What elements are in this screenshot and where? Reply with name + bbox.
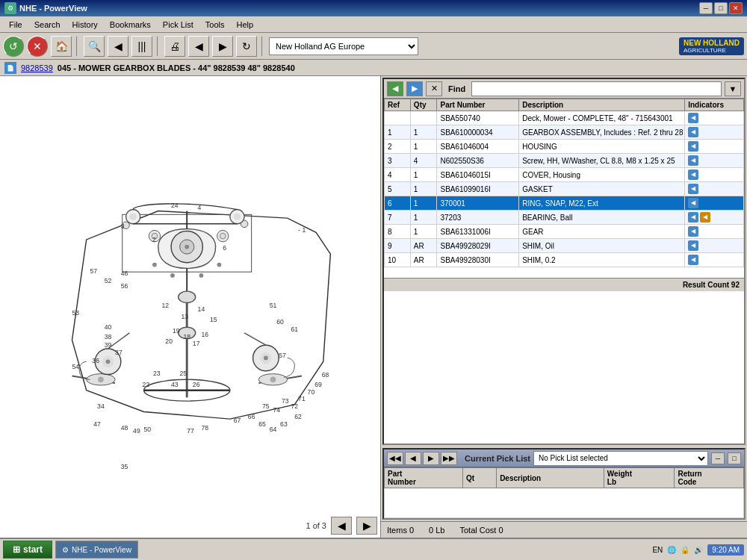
table-row[interactable]: 11SBA610000034GEARBOX ASSEMBLY, Includes… [385, 125, 744, 140]
cell-description: HOUSING [519, 140, 685, 154]
table-row[interactable]: 51SBA61099016IGASKET◀ [385, 182, 744, 196]
cell-qty: 4 [410, 154, 437, 168]
svg-text:24: 24 [171, 202, 179, 209]
cell-part-number: SBA61046015I [437, 168, 519, 182]
nav-forward-button[interactable]: ▶ [212, 36, 233, 57]
pick-list-maximize[interactable]: □ [728, 452, 741, 464]
indicator-orange-icon: ◀ [700, 212, 710, 223]
svg-text:35: 35 [120, 463, 128, 470]
cell-ref: 3 [385, 154, 411, 168]
cell-qty: 1 [410, 211, 437, 225]
cell-ref [385, 111, 411, 125]
menu-bookmarks[interactable]: Bookmarks [104, 19, 157, 31]
table-row[interactable]: 61370001RING, SNAP, M22, Ext◀ [385, 196, 744, 211]
menu-picklist[interactable]: Pick List [157, 19, 199, 31]
pick-list-minimize[interactable]: ─ [711, 452, 725, 464]
svg-text:3: 3 [120, 223, 124, 230]
pick-col-qty: Qt [463, 468, 497, 488]
table-row[interactable]: 34N602550S36Screw, HH, W/Washer, CL 8.8,… [385, 154, 744, 168]
svg-text:60: 60 [276, 318, 284, 326]
cell-qty [410, 111, 437, 125]
cell-description: GEAR [519, 225, 685, 239]
cell-part-number: 37203 [437, 211, 519, 225]
find-label: Find [445, 84, 468, 93]
svg-text:22: 22 [142, 381, 149, 388]
pick-nav-back[interactable]: ◀ [405, 452, 421, 465]
col-part-number: Part Number [437, 99, 519, 111]
menu-history[interactable]: History [66, 19, 104, 31]
svg-text:56: 56 [120, 282, 128, 290]
cell-description: SHIM, Oil [519, 239, 685, 253]
table-row[interactable]: 21SBA61046004HOUSING◀ [385, 140, 744, 154]
table-row[interactable]: 7137203BEARING, Ball◀◀ [385, 211, 744, 225]
minimize-button[interactable]: ─ [699, 2, 713, 14]
cell-description: SHIM, 0.2 [519, 253, 685, 267]
bookmark-button[interactable]: ||| [131, 36, 152, 57]
taskbar-nhe[interactable]: ⚙ NHE - PowerView [55, 541, 138, 559]
cell-description: BEARING, Ball [519, 211, 685, 225]
breadcrumb-link[interactable]: 9828539 [21, 63, 53, 72]
svg-text:53: 53 [72, 309, 79, 317]
menu-tools[interactable]: Tools [199, 19, 231, 31]
cell-indicators: ◀ [685, 196, 744, 211]
close-button[interactable]: ✕ [729, 2, 743, 14]
summary-weight: 0 Lb [429, 526, 444, 535]
cell-description: Deck, Mower - COMPLETE, 48" - 715643001 [519, 111, 685, 125]
start-icon: ⊞ [13, 544, 20, 555]
result-count: Result Count 92 [683, 281, 740, 289]
refresh-button[interactable]: ↻ [236, 36, 257, 57]
logo-brand: NEW HOLLAND [684, 39, 740, 47]
cell-qty: 1 [410, 125, 437, 140]
table-row[interactable]: SBA550740Deck, Mower - COMPLETE, 48" - 7… [385, 111, 744, 125]
svg-text:18: 18 [183, 333, 190, 340]
svg-point-34 [105, 359, 110, 364]
maximize-button[interactable]: □ [714, 2, 728, 14]
breadcrumb-icon: 📄 [4, 62, 16, 74]
menu-search[interactable]: Search [28, 19, 66, 31]
svg-text:13: 13 [181, 313, 188, 320]
pick-nav-last[interactable]: ▶▶ [441, 452, 457, 465]
stop-button[interactable]: ✕ [27, 36, 48, 57]
table-row[interactable]: 41SBA61046015ICOVER, Housing◀ [385, 168, 744, 182]
find-back-button[interactable]: ◀ [387, 81, 403, 96]
pick-nav-first[interactable]: ◀◀ [387, 452, 403, 465]
find-filter-button[interactable]: ▼ [725, 81, 741, 96]
pick-list-selector[interactable]: No Pick List selected [533, 451, 708, 466]
search-button[interactable]: 🔍 [84, 36, 105, 57]
parts-table-scroll[interactable]: Ref Qty Part Number Description Indicato… [384, 99, 744, 278]
svg-point-29 [129, 213, 137, 220]
pick-col-desc: Description [497, 468, 604, 488]
pick-nav-forward[interactable]: ▶ [423, 452, 439, 465]
svg-point-42 [170, 273, 175, 278]
prev-page-button[interactable]: ◀ [331, 517, 352, 535]
svg-point-7 [185, 245, 189, 249]
svg-point-40 [152, 263, 157, 267]
cell-qty: 1 [410, 225, 437, 239]
back-button[interactable]: ↺ [3, 36, 24, 57]
start-button[interactable]: ⊞ start [3, 541, 52, 559]
cell-indicators: ◀◀ [685, 211, 744, 225]
toolbar: ↺ ✕ 🏠 🔍 ◀ ||| 🖨 ◀ ▶ ↻ New Holland AG Eur… [0, 33, 747, 60]
nav-back-button[interactable]: ◀ [188, 36, 209, 57]
table-row[interactable]: 9ARSBA49928029ISHIM, Oil◀ [385, 239, 744, 253]
svg-text:71: 71 [298, 395, 306, 402]
svg-point-31 [233, 213, 241, 220]
table-row[interactable]: 10ARSBA49928030ISHIM, 0.2◀ [385, 253, 744, 267]
menu-file[interactable]: File [3, 19, 28, 31]
find-forward-button[interactable]: ▶ [406, 81, 423, 96]
indicator-arrow-icon: ◀ [688, 127, 698, 137]
print-button[interactable]: 🖨 [164, 36, 185, 57]
find-clear-button[interactable]: ✕ [426, 81, 442, 96]
cell-part-number: SBA49928029I [437, 239, 519, 253]
find-input[interactable] [471, 81, 722, 96]
home-button[interactable]: 🏠 [51, 36, 72, 57]
svg-text:6: 6 [223, 244, 226, 252]
svg-text:73: 73 [282, 397, 289, 405]
search-prev-button[interactable]: ◀ [108, 36, 128, 57]
table-row[interactable]: 81SBA61331006IGEAR◀ [385, 225, 744, 239]
cell-part-number: SBA49928030I [437, 253, 519, 267]
menu-help[interactable]: Help [231, 19, 260, 31]
title-bar: ⚙ NHE - PowerView ─ □ ✕ [0, 0, 747, 16]
next-page-button[interactable]: ▶ [356, 517, 377, 535]
region-dropdown[interactable]: New Holland AG Europe [269, 37, 418, 55]
